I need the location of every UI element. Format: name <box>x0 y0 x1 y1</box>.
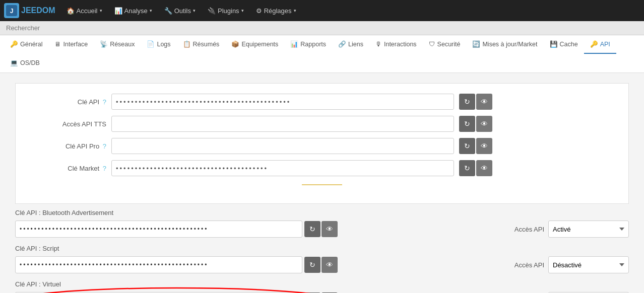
interface-icon: 🖥 <box>54 41 61 48</box>
cle-api-refresh-button[interactable]: ↻ <box>459 94 475 110</box>
nav-outils-label: Outils <box>174 7 191 15</box>
cle-api-label: Clé API ? <box>26 98 106 106</box>
tab-interactions-label: Interactions <box>384 41 417 48</box>
nav-reglages[interactable]: ⚙ Réglages ▾ <box>251 4 301 18</box>
bluetooth-access-group: Accès API Activé Désactivé <box>514 221 629 238</box>
nav-reglages-label: Réglages <box>264 7 292 15</box>
cle-api-pro-input[interactable] <box>111 138 454 154</box>
nav-outils[interactable]: 🔧 Outils ▾ <box>159 4 201 18</box>
cle-api-pro-label: Clé API Pro ? <box>26 142 106 150</box>
script-section: Clé API : Script ↻ 👁 Accès API Activé Dé… <box>15 245 629 273</box>
nav-plugins-label: Plugins <box>218 7 239 15</box>
caret-icon: ▾ <box>294 8 296 13</box>
cle-market-eye-button[interactable]: 👁 <box>476 160 492 176</box>
tab-liens-label: Liens <box>348 41 363 48</box>
caret-icon: ▾ <box>100 8 102 13</box>
cle-market-refresh-button[interactable]: ↻ <box>459 160 475 176</box>
bluetooth-buttons: ↻ 👁 <box>304 221 338 237</box>
bluetooth-section: Clé API : Bluetooth Advertisement ↻ 👁 Ac… <box>15 209 629 238</box>
cle-api-pro-row: Clé API Pro ? ↻ 👁 <box>26 138 618 154</box>
general-icon: 🔑 <box>10 40 18 48</box>
caret-icon: ▾ <box>193 8 196 13</box>
acces-api-tts-refresh-button[interactable]: ↻ <box>459 116 475 132</box>
tab-securite-label: Securité <box>437 41 461 48</box>
script-refresh-button[interactable]: ↻ <box>304 257 320 273</box>
equipements-icon: 📦 <box>231 40 239 48</box>
tab-interactions[interactable]: 🎙 Interactions <box>369 36 423 54</box>
tab-mises-a-jour[interactable]: 🔄 Mises à jour/Market <box>466 35 543 54</box>
bluetooth-eye-button[interactable]: 👁 <box>321 221 338 237</box>
svg-text:J: J <box>10 8 14 15</box>
caret-icon: ▾ <box>241 8 244 13</box>
cle-market-label-text: Clé Market <box>68 165 99 172</box>
tab-securite[interactable]: 🛡 Securité <box>423 36 467 54</box>
cle-market-input[interactable] <box>111 160 454 176</box>
brand-logo[interactable]: J JEEDOM <box>4 3 55 18</box>
home-icon: 🏠 <box>67 7 75 15</box>
script-key-input[interactable] <box>15 256 302 273</box>
caret-icon: ▾ <box>150 8 152 13</box>
logs-icon: 📄 <box>147 40 155 48</box>
tab-general[interactable]: 🔑 Général <box>4 35 48 54</box>
tab-equipements[interactable]: 📦 Equipements <box>225 35 284 54</box>
nav-analyse[interactable]: 📊 Analyse ▾ <box>109 4 157 18</box>
cle-api-pro-buttons: ↻ 👁 <box>459 138 492 154</box>
search-input[interactable] <box>6 24 107 32</box>
tab-reseaux[interactable]: 📡 Réseaux <box>94 35 141 54</box>
tab-liens[interactable]: 🔗 Liens <box>332 35 369 54</box>
nav-accueil[interactable]: 🏠 Accueil ▾ <box>61 4 107 18</box>
cle-api-buttons: ↻ 👁 <box>459 94 492 110</box>
bluetooth-access-label: Accès API <box>514 226 544 233</box>
script-access-label: Accès API <box>514 261 544 269</box>
tab-resumes[interactable]: 📋 Résumés <box>177 35 226 54</box>
tab-rapports[interactable]: 📊 Rapports <box>284 35 332 54</box>
nav-plugins[interactable]: 🔌 Plugins ▾ <box>203 4 249 18</box>
tab-api[interactable]: 🔑 API <box>584 35 616 54</box>
acces-api-tts-eye-button[interactable]: 👁 <box>476 116 492 132</box>
cle-api-help-icon[interactable]: ? <box>103 98 106 106</box>
interactions-icon: 🎙 <box>375 41 382 48</box>
acces-api-tts-row: Accès API TTS ↻ 👁 <box>26 116 618 132</box>
nav-accueil-label: Accueil <box>77 7 98 15</box>
cle-api-eye-button[interactable]: 👁 <box>476 94 492 110</box>
tab-logs-label: Logs <box>157 41 170 48</box>
settings-icon: ⚙ <box>256 7 262 15</box>
bluetooth-refresh-button[interactable]: ↻ <box>304 221 320 237</box>
cle-api-input[interactable] <box>111 94 454 110</box>
cle-api-pro-help-icon[interactable]: ? <box>103 142 106 150</box>
tools-icon: 🔧 <box>164 7 172 15</box>
tab-cache[interactable]: 💾 Cache <box>544 35 584 54</box>
tab-rapports-label: Rapports <box>300 41 326 48</box>
brand-icon: J <box>4 3 19 18</box>
bluetooth-access-select[interactable]: Activé Désactivé <box>548 221 629 238</box>
tab-api-label: API <box>600 41 610 48</box>
cle-api-label-text: Clé API <box>78 98 99 106</box>
script-input-container: ↻ 👁 <box>15 256 338 273</box>
tab-osdb[interactable]: 💻 OS/DB <box>4 54 46 72</box>
cle-api-pro-refresh-button[interactable]: ↻ <box>459 138 475 154</box>
script-access-select[interactable]: Activé Désactivé <box>548 256 629 273</box>
cache-icon: 💾 <box>550 40 558 48</box>
tab-general-label: Général <box>20 41 42 48</box>
acces-api-tts-input[interactable] <box>111 116 454 132</box>
cle-api-pro-eye-button[interactable]: 👁 <box>476 138 492 154</box>
script-title: Clé API : Script <box>15 245 629 252</box>
tab-resumes-label: Résumés <box>193 41 220 48</box>
acces-api-tts-buttons: ↻ 👁 <box>459 116 492 132</box>
bluetooth-row: ↻ 👁 Accès API Activé Désactivé <box>15 221 629 238</box>
brand-name: JEEDOM <box>21 6 55 15</box>
cle-market-buttons: ↻ 👁 <box>459 160 492 176</box>
bluetooth-input-container: ↻ 👁 <box>15 221 338 238</box>
bluetooth-key-input[interactable] <box>15 221 302 238</box>
tab-logs[interactable]: 📄 Logs <box>141 35 176 54</box>
brand-name-text: JEEDOM <box>21 6 55 15</box>
api-icon: 🔑 <box>590 40 598 48</box>
virtuel-title: Clé API : Virtuel <box>15 280 629 288</box>
tab-reseaux-label: Réseaux <box>110 41 135 48</box>
tab-interface[interactable]: 🖥 Interface <box>48 36 94 54</box>
nav-analyse-label: Analyse <box>124 7 148 15</box>
script-eye-button[interactable]: 👁 <box>321 257 338 273</box>
network-icon: 📡 <box>100 40 108 48</box>
tab-osdb-label: OS/DB <box>20 59 40 66</box>
cle-market-help-icon[interactable]: ? <box>103 165 106 172</box>
